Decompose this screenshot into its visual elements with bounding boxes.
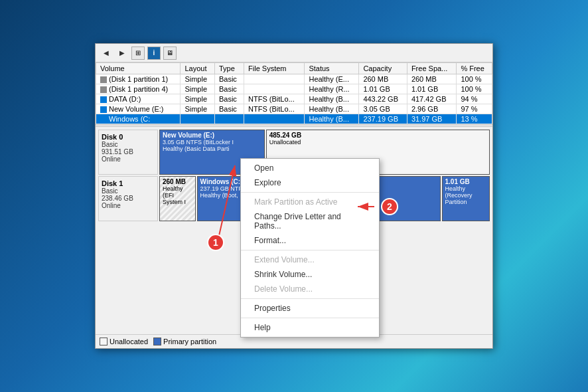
legend-primary: Primary partition	[153, 338, 216, 345]
cell-volume: (Disk 1 partition 1)	[96, 74, 181, 84]
info-button[interactable]: i	[147, 47, 161, 60]
disk1-name: Disk 1	[102, 179, 155, 187]
cell-volume: Windows (C:	[96, 114, 181, 124]
cell-layout: Simple	[181, 104, 215, 114]
cell-free: 2.96 GB	[407, 104, 457, 114]
cell-pct: 100 %	[457, 84, 492, 94]
ctx-separator	[241, 192, 379, 193]
col-fs[interactable]: File System	[244, 63, 305, 74]
disk1-efi[interactable]: 260 MB Healthy (EFI System I	[159, 176, 196, 221]
cell-fs	[244, 84, 305, 94]
disk1-label: Disk 1 Basic 238.46 GB Online	[98, 176, 158, 221]
ctx-item-shrink-volume[interactable]: Shrink Volume...	[241, 267, 379, 282]
annotation-2: 2	[381, 198, 398, 215]
cell-fs	[244, 114, 305, 124]
disk0-name: Disk 0	[102, 133, 155, 141]
cell-fs	[244, 74, 305, 84]
disk1-size: 238.46 GB	[102, 195, 155, 202]
cell-status: Healthy (E...	[305, 74, 359, 84]
ctx-separator	[241, 298, 379, 299]
disk1-status: Online	[102, 202, 155, 209]
cell-fs: NTFS (BitLo...	[244, 104, 305, 114]
disk0-status: Online	[102, 155, 155, 163]
disk0-unalloc-label: Unallocated	[269, 139, 486, 146]
ctx-item-delete-volume: Delete Volume...	[241, 282, 379, 296]
cell-type: Basic	[214, 104, 244, 114]
disk0-part1-detail1: 3.05 GB NTFS (BitLocker I	[163, 139, 261, 146]
ctx-item-explore[interactable]: Explore	[241, 175, 379, 190]
ctx-item-open[interactable]: Open	[241, 161, 379, 175]
ctx-item-change-drive-letter-and-paths[interactable]: Change Drive Letter and Paths...	[241, 209, 379, 233]
cell-capacity: 260 MB	[359, 74, 407, 84]
disk0-size: 931.51 GB	[102, 148, 155, 155]
cell-free: 417.42 GB	[407, 94, 457, 104]
disk0-label: Disk 0 Basic 931.51 GB Online	[98, 130, 158, 175]
back-button[interactable]: ◀	[100, 47, 113, 60]
disk1-efi-detail: Healthy (EFI System I	[163, 185, 192, 205]
cell-volume: (Disk 1 partition 4)	[96, 84, 181, 94]
forward-button[interactable]: ▶	[115, 47, 129, 60]
col-volume[interactable]: Volume	[96, 63, 181, 74]
table-row[interactable]: Windows (C: Healthy (B... 237.19 GB 31.9…	[96, 114, 492, 124]
cell-pct: 97 %	[457, 104, 492, 114]
disk1-type: Basic	[102, 187, 155, 195]
ctx-separator	[241, 250, 379, 250]
cell-capacity: 237.19 GB	[359, 114, 407, 124]
disk-management-window: ◀ ▶ ⊞ i 🖥 Volume Layout Type File System…	[95, 43, 493, 349]
cell-layout: Simple	[181, 74, 215, 84]
volume-icon	[100, 76, 107, 83]
col-free[interactable]: Free Spa...	[407, 63, 457, 74]
cell-free: 31.97 GB	[407, 114, 457, 124]
cell-pct: 13 %	[457, 114, 492, 124]
disk0-unalloc-size: 485.24 GB	[269, 132, 486, 139]
volume-table: Volume Layout Type File System Status Ca…	[96, 62, 492, 124]
toolbar: ◀ ▶ ⊞ i 🖥	[96, 44, 492, 62]
cell-type: Basic	[214, 94, 244, 104]
ctx-item-mark-partition-as-active: Mark Partition as Active	[241, 195, 379, 209]
annotation-1: 1	[207, 234, 224, 251]
ctx-item-properties[interactable]: Properties	[241, 301, 379, 316]
cell-free: 260 MB	[407, 74, 457, 84]
ctx-item-format[interactable]: Format...	[241, 233, 379, 248]
volume-icon	[100, 116, 107, 123]
cell-type: Basic	[214, 84, 244, 94]
cell-status: Healthy (B...	[305, 114, 359, 124]
context-menu: OpenExploreMark Partition as ActiveChang…	[240, 158, 380, 338]
disk1-rec-size: 1.01 GB	[445, 178, 486, 185]
circle-2: 2	[381, 198, 398, 215]
legend-unalloc-box	[100, 338, 108, 345]
cell-layout: Simple	[181, 94, 215, 104]
col-capacity[interactable]: Capacity	[359, 63, 407, 74]
cell-pct: 94 %	[457, 94, 492, 104]
ctx-separator	[241, 318, 379, 318]
disk0-type: Basic	[102, 141, 155, 148]
table-row[interactable]: DATA (D:) Simple Basic NTFS (BitLo... He…	[96, 94, 492, 104]
cell-status: Healthy (B...	[305, 104, 359, 114]
table-row[interactable]: (Disk 1 partition 1) Simple Basic Health…	[96, 74, 492, 84]
view-button[interactable]: ⊞	[131, 47, 145, 60]
action-button[interactable]: 🖥	[163, 47, 177, 60]
cell-volume: New Volume (E:)	[96, 104, 181, 114]
cell-type: Basic	[214, 74, 244, 84]
cell-capacity: 1.01 GB	[359, 84, 407, 94]
cell-layout	[181, 114, 215, 124]
ctx-item-help[interactable]: Help	[241, 320, 379, 335]
cell-free: 1.01 GB	[407, 84, 457, 94]
disk0-part1-detail2: Healthy (Basic Data Parti	[163, 146, 261, 152]
volume-icon	[100, 106, 107, 113]
col-layout[interactable]: Layout	[181, 63, 215, 74]
cell-layout: Simple	[181, 84, 215, 94]
col-type[interactable]: Type	[214, 63, 244, 74]
circle-1: 1	[207, 234, 224, 251]
table-row[interactable]: (Disk 1 partition 4) Simple Basic Health…	[96, 84, 492, 94]
disk1-rec-detail: Healthy (Recovery Partition	[445, 185, 486, 205]
volume-icon	[100, 96, 107, 103]
cell-status: Healthy (R...	[305, 84, 359, 94]
legend-primary-label: Primary partition	[163, 338, 216, 345]
legend-unallocated: Unallocated	[100, 338, 148, 345]
table-row[interactable]: New Volume (E:) Simple Basic NTFS (BitLo…	[96, 104, 492, 114]
disk1-recovery[interactable]: 1.01 GB Healthy (Recovery Partition	[442, 176, 490, 221]
col-status[interactable]: Status	[305, 63, 359, 74]
cell-pct: 100 %	[457, 74, 492, 84]
col-pct[interactable]: % Free	[457, 63, 492, 74]
